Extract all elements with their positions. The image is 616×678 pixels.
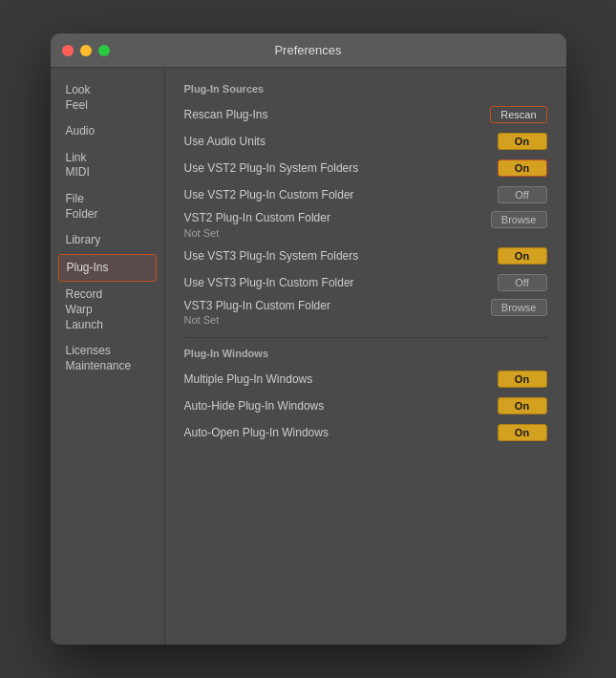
auto-hide-label: Auto-Hide Plug-In Windows [184, 399, 325, 413]
vst3-folder-label: VST3 Plug-In Custom Folder Not Set [184, 299, 330, 328]
auto-open-label: Auto-Open Plug-In Windows [184, 426, 329, 439]
minimize-button[interactable] [80, 45, 92, 56]
use-vst3-system-button[interactable]: On [498, 247, 547, 265]
sidebar-item-look-feel[interactable]: LookFeel [51, 77, 164, 118]
use-vst3-system-label: Use VST3 Plug-In System Folders [184, 249, 359, 263]
section-divider [184, 337, 547, 338]
rescan-button[interactable]: Rescan [490, 106, 546, 123]
maximize-button[interactable] [98, 45, 110, 56]
plug-in-sources-title: Plug-In Sources [184, 83, 547, 95]
vst2-folder-value: Not Set [184, 226, 330, 240]
auto-hide-button[interactable]: On [498, 397, 547, 414]
sidebar-item-library[interactable]: Library [51, 227, 164, 254]
use-vst2-system-button[interactable]: On [498, 159, 547, 177]
titlebar: Preferences [51, 33, 566, 68]
sidebar-item-record-warp-launch[interactable]: RecordWarpLaunch [51, 282, 164, 338]
sidebar-item-audio[interactable]: Audio [51, 118, 164, 145]
vst2-folder-label: VST2 Plug-In Custom Folder Not Set [184, 211, 330, 240]
window-title: Preferences [274, 43, 341, 57]
vst3-folder-value: Not Set [184, 313, 330, 327]
preferences-window: Preferences LookFeel Audio LinkMIDI File… [51, 33, 566, 645]
use-audio-units-button[interactable]: On [498, 133, 547, 150]
use-vst3-system-row: Use VST3 Plug-In System Folders On [184, 245, 547, 266]
use-audio-units-row: Use Audio Units On [184, 131, 547, 152]
sidebar-item-link-midi[interactable]: LinkMIDI [51, 145, 164, 186]
use-vst2-custom-button[interactable]: Off [498, 186, 547, 203]
vst3-browse-button[interactable]: Browse [491, 299, 547, 316]
use-audio-units-label: Use Audio Units [184, 135, 266, 148]
use-vst3-custom-row: Use VST3 Plug-In Custom Folder Off [184, 272, 547, 293]
vst2-folder-row: VST2 Plug-In Custom Folder Not Set Brows… [184, 211, 547, 240]
auto-open-button[interactable]: On [498, 424, 547, 441]
sidebar-item-file-folder[interactable]: FileFolder [51, 186, 164, 227]
vst3-folder-row: VST3 Plug-In Custom Folder Not Set Brows… [184, 299, 547, 328]
sidebar-item-licenses-maintenance[interactable]: LicensesMaintenance [51, 338, 164, 379]
use-vst2-custom-row: Use VST2 Plug-In Custom Folder Off [184, 184, 547, 205]
use-vst2-custom-label: Use VST2 Plug-In Custom Folder [184, 188, 354, 201]
close-button[interactable] [62, 45, 74, 56]
rescan-label: Rescan Plug-Ins [184, 108, 268, 121]
use-vst3-custom-button[interactable]: Off [498, 274, 547, 291]
auto-open-row: Auto-Open Plug-In Windows On [184, 422, 547, 443]
use-vst2-system-row: Use VST2 Plug-In System Folders On [184, 158, 547, 179]
auto-hide-row: Auto-Hide Plug-In Windows On [184, 395, 547, 416]
sidebar: LookFeel Audio LinkMIDI FileFolder Libra… [51, 68, 165, 645]
multiple-windows-row: Multiple Plug-In Windows On [184, 369, 547, 390]
sidebar-item-plug-ins[interactable]: Plug-Ins [58, 254, 157, 283]
multiple-windows-button[interactable]: On [498, 371, 547, 388]
main-content: Plug-In Sources Rescan Plug-Ins Rescan U… [165, 68, 566, 645]
use-vst2-system-label: Use VST2 Plug-In System Folders [184, 161, 359, 175]
rescan-row: Rescan Plug-Ins Rescan [184, 104, 547, 125]
content-area: LookFeel Audio LinkMIDI FileFolder Libra… [51, 68, 566, 645]
plug-in-windows-title: Plug-In Windows [184, 348, 547, 359]
use-vst3-custom-label: Use VST3 Plug-In Custom Folder [184, 276, 354, 289]
multiple-windows-label: Multiple Plug-In Windows [184, 372, 313, 386]
vst2-browse-button[interactable]: Browse [491, 211, 547, 228]
traffic-lights [62, 45, 110, 56]
